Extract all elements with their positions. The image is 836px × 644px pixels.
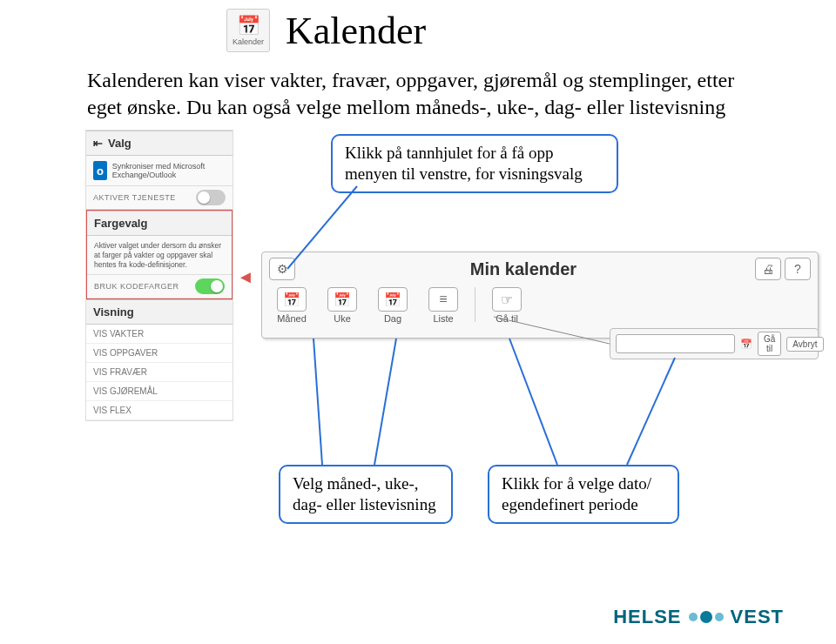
valg-sidebar: ⇤ Valg o Synkroniser med Microsoft Excha… — [85, 130, 233, 421]
toolbar-title: Min kalender — [295, 259, 752, 279]
tab-gatil[interactable]: ☞ Gå til — [484, 287, 529, 324]
outlook-icon: o — [93, 161, 107, 180]
goto-popup: 📅 Gå til Avbryt — [610, 328, 819, 359]
visning-title: Visning — [86, 299, 233, 325]
tab-liste[interactable]: ≡ Liste — [421, 287, 466, 324]
intro-paragraph: Kalenderen kan viser vakter, fravær, opp… — [0, 53, 836, 130]
helse-vest-logo: HELSE VEST — [613, 606, 784, 628]
calendar-app-icon: 📅 Kalender — [226, 9, 270, 52]
calendar-icon: 📅 — [327, 287, 357, 312]
calendar-picker-icon[interactable]: 📅 — [740, 339, 752, 350]
gear-button[interactable]: ⚙ — [269, 258, 295, 280]
sync-block[interactable]: o Synkroniser med Microsoft Exchange/Out… — [86, 156, 233, 186]
list-icon: ≡ — [428, 287, 458, 312]
print-button[interactable]: 🖨 — [755, 258, 781, 280]
calendar-toolbar: ⚙ Min kalender 🖨 ? 📅 Måned 📅 Uke 📅 Dag ≡… — [261, 252, 819, 339]
cancel-button[interactable]: Avbryt — [786, 337, 823, 352]
aktiver-tjeneste-toggle[interactable] — [196, 190, 226, 205]
fargevalg-description: Aktiver valget under dersom du ønsker at… — [87, 236, 232, 275]
page-title: Kalender — [286, 9, 426, 53]
svg-line-2 — [374, 339, 396, 465]
svg-line-1 — [314, 339, 322, 465]
callout-goto: Klikk for å velge dato/ egendefinert per… — [488, 465, 679, 524]
fargevalg-section: Fargevalg Aktiver valget under dersom du… — [86, 210, 233, 299]
svg-line-4 — [627, 358, 675, 465]
aktiver-tjeneste-row: AKTIVER TJENESTE — [86, 186, 233, 210]
tab-maned[interactable]: 📅 Måned — [269, 287, 314, 324]
vis-vakter[interactable]: VIS VAKTER — [86, 325, 233, 344]
vis-flex[interactable]: VIS FLEX — [86, 401, 233, 420]
calendar-icon: 📅 — [237, 15, 260, 37]
valg-title: Valg — [108, 137, 131, 150]
help-button[interactable]: ? — [785, 258, 811, 280]
goto-icon: ☞ — [492, 287, 522, 312]
logo-part1: HELSE — [613, 606, 681, 628]
calendar-icon: 📅 — [277, 287, 307, 312]
fargevalg-title: Fargevalg — [87, 211, 232, 236]
tab-dag[interactable]: 📅 Dag — [370, 287, 415, 324]
vis-oppgaver[interactable]: VIS OPPGAVER — [86, 344, 233, 363]
vis-gjoremaal[interactable]: VIS GJØREMÅL — [86, 382, 233, 401]
callout-viewtabs: Velg måned-, uke-, dag- eller listevisni… — [279, 465, 453, 524]
goto-button[interactable]: Gå til — [758, 332, 781, 356]
separator — [475, 287, 475, 322]
goto-date-input[interactable] — [616, 334, 735, 353]
svg-line-3 — [509, 339, 557, 465]
print-icon: 🖨 — [762, 262, 774, 276]
logo-dots — [689, 611, 724, 623]
bruk-kodefarger-row: BRUK KODEFARGER — [87, 275, 232, 299]
calendar-icon-label: Kalender — [233, 37, 264, 46]
help-icon: ? — [794, 262, 801, 276]
red-arrow-icon: ◄ — [237, 267, 254, 287]
bruk-kodefarger-toggle[interactable] — [195, 278, 225, 294]
vis-fravaer[interactable]: VIS FRAVÆR — [86, 363, 233, 382]
gear-icon: ⚙ — [277, 262, 288, 276]
tab-uke[interactable]: 📅 Uke — [320, 287, 365, 324]
collapse-icon[interactable]: ⇤ — [93, 137, 103, 150]
calendar-icon: 📅 — [378, 287, 408, 312]
logo-part2: VEST — [731, 606, 784, 628]
sync-text: Synkroniser med Microsoft Exchange/Outlo… — [112, 162, 226, 181]
callout-gear: Klikk på tannhjulet for å få opp menyen … — [331, 134, 618, 193]
